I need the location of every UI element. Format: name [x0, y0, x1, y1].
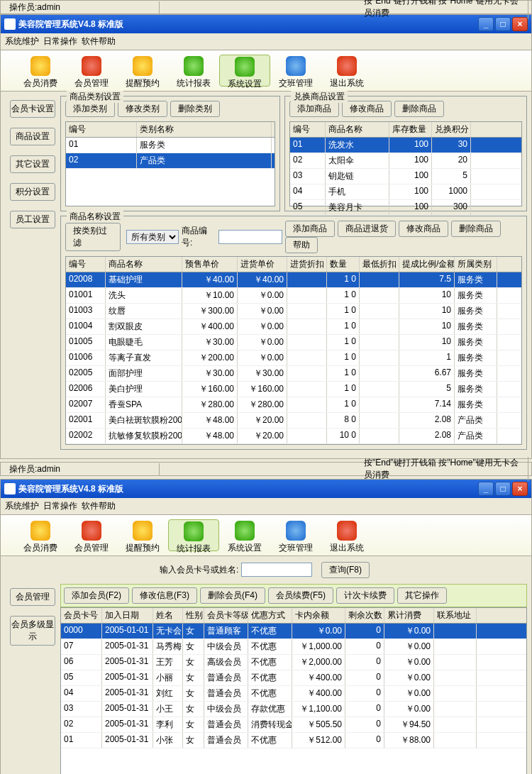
table-row[interactable]: 00002005-01-01无卡会员女普通顾客不优惠￥0.000￥0.00 [61, 624, 526, 639]
table-row[interactable]: 01001洗头￥10.00￥0.001 010服务类 [66, 288, 521, 304]
column-header[interactable]: 联系地址 [434, 608, 477, 623]
table-row[interactable]: 03钥匙链1005 [290, 169, 521, 184]
column-header[interactable]: 编号 [290, 122, 326, 137]
action-button[interactable]: 商品进退货 [338, 221, 396, 237]
close-button[interactable]: × [512, 17, 528, 31]
sidebar-item[interactable]: 员工设置 [10, 211, 55, 228]
action-button[interactable]: 添加类别 [65, 101, 115, 117]
toolbar-退出系统[interactable]: 退出系统 [321, 55, 372, 87]
minimize-button[interactable]: _ [478, 17, 494, 31]
table-row[interactable]: 02005面部护理￥30.00￥30.001 06.67服务类 [66, 366, 521, 382]
column-header[interactable]: 进货折扣 [287, 257, 327, 272]
action-button[interactable]: 会员续费(F5) [268, 587, 333, 604]
column-header[interactable]: 编号 [66, 122, 137, 137]
sidebar-item[interactable]: 会员管理 [10, 588, 55, 606]
table-row[interactable]: 02006美白护理￥160.00￥160.001 05服务类 [66, 382, 521, 397]
toolbar-统计报表[interactable]: 统计报表 [168, 519, 219, 551]
menu-item[interactable]: 软件帮助 [82, 501, 116, 511]
sidebar-item[interactable]: 商品设置 [10, 128, 55, 145]
column-header[interactable]: 卡内余额 [292, 608, 345, 623]
toolbar-系统设置[interactable]: 系统设置 [219, 519, 270, 551]
table-row[interactable]: 01服务类 [66, 138, 275, 153]
table-row[interactable]: 04手机1001000 [290, 184, 521, 200]
toolbar-退出系统[interactable]: 退出系统 [321, 519, 372, 551]
column-header[interactable]: 性别 [183, 608, 204, 623]
column-header[interactable]: 累计消费 [384, 608, 434, 623]
column-header[interactable]: 会员卡号 [61, 608, 102, 623]
column-header[interactable]: 最低折扣 [360, 257, 399, 272]
table-row[interactable]: 01003纹唇￥300.00￥0.001 010服务类 [66, 304, 521, 319]
table-row[interactable]: 052005-01-31小丽女普通会员不优惠￥400.000￥0.00 [61, 670, 526, 686]
filter-label-button[interactable]: 按类别过滤 [65, 223, 121, 251]
close-button[interactable]: × [512, 482, 528, 496]
maximize-button[interactable]: □ [495, 17, 511, 31]
column-header[interactable]: 姓名 [153, 608, 183, 623]
table-row[interactable]: 02太阳伞10020 [290, 153, 521, 169]
toolbar-会员管理[interactable]: 会员管理 [66, 55, 117, 87]
toolbar-提醒预约[interactable]: 提醒预约 [117, 519, 168, 551]
toolbar-统计报表[interactable]: 统计报表 [168, 55, 219, 87]
menu-item[interactable]: 系统维护 [5, 501, 39, 511]
table-row[interactable]: 032005-01-31小王女中级会员存款优惠￥1,100.000￥0.00 [61, 702, 526, 717]
action-button[interactable]: 帮助 [285, 237, 318, 253]
action-button[interactable]: 添加商品 [285, 221, 335, 237]
product-grid[interactable]: 编号商品名称预售单价进货单价进货折扣数量最低折扣提成比例/金额所属类别02008… [65, 256, 522, 445]
exchange-grid[interactable]: 编号商品名称库存数量兑换积分01洗发水1003002太阳伞1002003钥匙链1… [289, 121, 522, 206]
column-header[interactable]: 商品名称 [326, 122, 389, 137]
sidebar-item[interactable]: 会员卡设置 [10, 100, 55, 118]
menu-item[interactable]: 日常操作 [43, 501, 77, 511]
search-button[interactable]: 查询(F8) [321, 562, 370, 578]
category-filter-select[interactable]: 所有类别 [126, 230, 179, 244]
column-header[interactable]: 进货单价 [238, 257, 287, 272]
table-row[interactable]: 042005-01-31刘红女普通会员不优惠￥400.000￥0.00 [61, 686, 526, 702]
table-row[interactable]: 022005-01-31李利女普通会员消费转现金￥505.500￥94.50 [61, 717, 526, 733]
action-button[interactable]: 修改类别 [118, 101, 167, 117]
product-code-input[interactable] [218, 230, 282, 244]
action-button[interactable]: 计次卡续费 [336, 587, 394, 604]
toolbar-会员消费[interactable]: 会员消费 [15, 519, 66, 551]
table-row[interactable]: 01004割双眼皮￥400.00￥0.001 010服务类 [66, 319, 521, 335]
table-row[interactable]: 05美容月卡100300 [290, 200, 521, 216]
sidebar-item[interactable]: 积分设置 [10, 183, 55, 201]
column-header[interactable]: 兑换积分 [432, 122, 471, 137]
table-row[interactable]: 062005-01-31王芳女高级会员不优惠￥2,000.000￥0.00 [61, 655, 526, 670]
column-header[interactable]: 商品名称 [106, 257, 182, 272]
column-header[interactable]: 会员卡等级 [204, 608, 248, 623]
member-grid[interactable]: 会员卡号加入日期姓名性别会员卡等级优惠方式卡内余额剩余次数累计消费联系地址000… [60, 607, 527, 774]
toolbar-提醒预约[interactable]: 提醒预约 [117, 55, 168, 87]
minimize-button[interactable]: _ [478, 482, 494, 496]
table-row[interactable]: 02产品类 [66, 153, 275, 169]
table-row[interactable]: 01005电眼睫毛￥30.00￥0.001 010服务类 [66, 335, 521, 350]
action-button[interactable]: 删除商品 [394, 101, 444, 117]
action-button[interactable]: 添加会员(F2) [64, 587, 129, 604]
table-row[interactable]: 02008基础护理￥40.00￥40.001 07.5服务类 [66, 272, 521, 288]
column-header[interactable]: 数量 [327, 257, 360, 272]
menu-item[interactable]: 软件帮助 [82, 36, 116, 46]
menu-item[interactable]: 系统维护 [5, 36, 39, 46]
category-grid[interactable]: 编号类别名称01服务类02产品类 [65, 121, 275, 206]
action-button[interactable]: 删除类别 [170, 101, 220, 117]
column-header[interactable]: 加入日期 [102, 608, 153, 623]
column-header[interactable]: 提成比例/金额 [399, 257, 455, 272]
sidebar-item[interactable]: 会员多级显示 [10, 616, 55, 646]
toolbar-会员管理[interactable]: 会员管理 [66, 519, 117, 551]
action-button[interactable]: 其它操作 [397, 587, 447, 604]
table-row[interactable]: 072005-01-31马秀梅女中级会员不优惠￥1,000.000￥0.00 [61, 639, 526, 655]
column-header[interactable]: 编号 [66, 257, 106, 272]
action-button[interactable]: 添加商品 [289, 101, 339, 117]
member-search-input[interactable] [241, 563, 312, 577]
table-row[interactable]: 012005-01-31小张女普通会员不优惠￥512.000￥88.00 [61, 733, 526, 748]
toolbar-交班管理[interactable]: 交班管理 [270, 519, 321, 551]
column-header[interactable]: 所属类别 [455, 257, 497, 272]
toolbar-交班管理[interactable]: 交班管理 [270, 55, 321, 87]
maximize-button[interactable]: □ [495, 482, 511, 496]
action-button[interactable]: 删除商品 [451, 221, 501, 237]
action-button[interactable]: 删除会员(F4) [200, 587, 265, 604]
column-header[interactable]: 类别名称 [137, 122, 272, 137]
toolbar-会员消费[interactable]: 会员消费 [15, 55, 66, 87]
action-button[interactable]: 修改商品 [342, 101, 392, 117]
toolbar-系统设置[interactable]: 系统设置 [219, 55, 270, 87]
action-button[interactable]: 修改信息(F3) [132, 587, 197, 604]
column-header[interactable]: 预售单价 [182, 257, 238, 272]
action-button[interactable]: 修改商品 [399, 221, 448, 237]
